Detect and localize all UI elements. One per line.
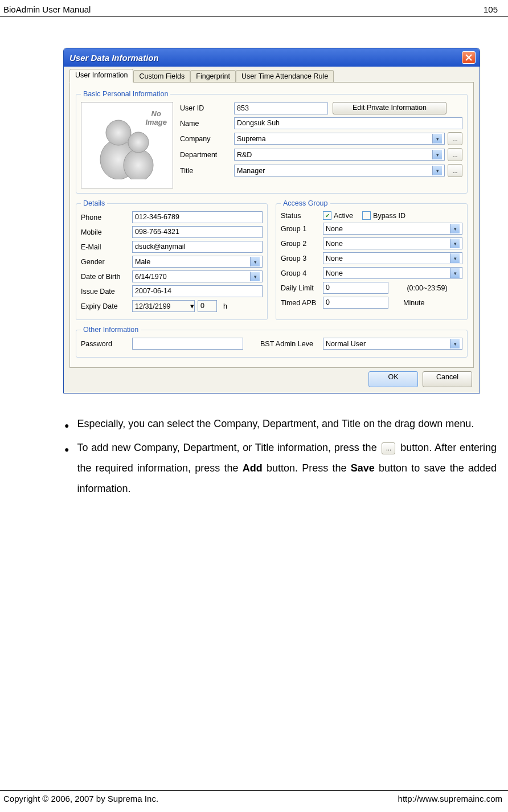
cancel-button[interactable]: Cancel — [423, 371, 472, 387]
active-checkbox[interactable] — [323, 211, 331, 220]
title-more-button[interactable]: ... — [448, 164, 462, 177]
basic-personal-info-group: Basic Personal Information NoImage — [76, 90, 468, 194]
other-legend: Other Information — [81, 326, 141, 334]
bypass-checkbox[interactable] — [362, 211, 371, 220]
bullet-2-text: To add new Company, Department, or Title… — [77, 437, 497, 499]
expiry-label: Expiry Date — [81, 302, 132, 310]
issue-input[interactable]: 2007-06-14 — [132, 285, 263, 297]
title-label: Title — [180, 167, 234, 175]
timed-apb-label: Timed APB — [281, 299, 323, 307]
group4-combo[interactable]: None▾ — [323, 267, 462, 279]
company-combo[interactable]: Suprema▾ — [234, 133, 445, 145]
company-more-button[interactable]: ... — [448, 132, 462, 145]
other-info-group: Other Information Password BST Admin Lev… — [76, 326, 468, 358]
company-label: Company — [180, 135, 234, 143]
chevron-down-icon: ▾ — [450, 224, 460, 233]
tab-user-information[interactable]: User Information — [69, 69, 133, 83]
timed-apb-input[interactable]: 0 — [323, 297, 388, 309]
ok-button[interactable]: OK — [368, 371, 418, 387]
bullet-icon: ● — [64, 417, 69, 434]
bullet-icon: ● — [64, 441, 69, 499]
department-more-button[interactable]: ... — [448, 148, 462, 161]
bypass-label: Bypass ID — [373, 212, 405, 220]
footer-url: http://www.supremainc.com — [398, 794, 502, 803]
close-button[interactable] — [462, 51, 476, 64]
svg-point-2 — [124, 149, 153, 179]
dialog-title: User Data Information — [69, 53, 159, 63]
group2-label: Group 2 — [281, 240, 323, 248]
user-data-dialog: User Data Information User Information C… — [63, 48, 480, 393]
chevron-down-icon: ▾ — [250, 272, 260, 281]
name-label: Name — [180, 120, 234, 128]
chevron-down-icon: ▾ — [450, 268, 460, 278]
daily-limit-input[interactable]: 0 — [323, 282, 388, 294]
tab-time-attendance[interactable]: User Time Attendance Rule — [236, 70, 334, 82]
page-header: BioAdmin User Manual 105 — [0, 0, 508, 17]
password-input[interactable] — [132, 338, 243, 350]
user-photo[interactable]: NoImage — [81, 102, 173, 188]
bst-level-combo[interactable]: Normal User▾ — [323, 338, 462, 350]
mobile-label: Mobile — [81, 228, 132, 236]
group1-combo[interactable]: None▾ — [323, 223, 462, 235]
group1-label: Group 1 — [281, 225, 323, 233]
access-group-group: Access Group Status Active Bypass ID Gro… — [276, 199, 468, 320]
chevron-down-icon: ▾ — [432, 150, 442, 159]
no-image-label: NoImage — [145, 109, 167, 126]
chevron-down-icon: ▾ — [190, 302, 194, 310]
dob-label: Date of Birth — [81, 273, 132, 281]
details-group: Details Phone012-345-6789 Mobile098-765-… — [76, 199, 268, 320]
group4-label: Group 4 — [281, 269, 323, 277]
gender-label: Gender — [81, 258, 132, 266]
group2-combo[interactable]: None▾ — [323, 237, 462, 249]
chevron-down-icon: ▾ — [432, 134, 442, 143]
department-label: Department — [180, 151, 234, 159]
apb-unit: Minute — [392, 299, 462, 307]
svg-point-1 — [106, 120, 131, 145]
page-footer: Copyright © 2006, 2007 by Suprema Inc. h… — [0, 790, 508, 806]
page-number: 105 — [484, 5, 498, 14]
chevron-down-icon: ▾ — [432, 166, 442, 175]
chevron-down-icon: ▾ — [450, 239, 460, 248]
active-label: Active — [334, 212, 353, 220]
body-text: ● Especially, you can select the Company… — [64, 413, 497, 499]
department-combo[interactable]: R&D▾ — [234, 149, 445, 161]
details-legend: Details — [81, 199, 107, 207]
bst-level-label: BST Admin Leve — [260, 340, 323, 348]
header-title: BioAdmin User Manual — [3, 5, 91, 14]
tab-custom-fields[interactable]: Custom Fields — [133, 70, 190, 82]
expiry-h-label: h — [223, 302, 227, 310]
chevron-down-icon: ▾ — [450, 339, 460, 348]
chevron-down-icon: ▾ — [450, 253, 460, 263]
userid-label: User ID — [180, 104, 234, 112]
bullet-1-text: Especially, you can select the Company, … — [77, 413, 474, 434]
userid-input[interactable]: 853 — [234, 102, 328, 114]
mobile-input[interactable]: 098-765-4321 — [132, 226, 263, 238]
phone-label: Phone — [81, 214, 132, 222]
tabs: User Information Custom Fields Fingerpri… — [69, 68, 474, 83]
access-legend: Access Group — [281, 199, 330, 207]
group3-combo[interactable]: None▾ — [323, 252, 462, 264]
footer-copyright: Copyright © 2006, 2007 by Suprema Inc. — [3, 794, 158, 803]
title-combo[interactable]: Manager▾ — [234, 165, 445, 177]
dob-combo[interactable]: 6/14/1970▾ — [132, 270, 263, 282]
close-icon — [465, 54, 472, 61]
expiry-combo[interactable]: 12/31/2199▾ — [132, 300, 195, 312]
gender-combo[interactable]: Male▾ — [132, 256, 263, 268]
ellipsis-button-icon: ... — [382, 442, 395, 454]
edit-private-info-button[interactable]: Edit Private Information — [333, 102, 446, 114]
titlebar: User Data Information — [64, 48, 480, 67]
email-label: E-Mail — [81, 243, 132, 251]
daily-limit-label: Daily Limit — [281, 284, 323, 292]
phone-input[interactable]: 012-345-6789 — [132, 211, 263, 223]
issue-label: Issue Date — [81, 288, 132, 296]
password-label: Password — [81, 340, 132, 348]
expiry-hours-input[interactable]: 0 — [198, 300, 217, 312]
name-input[interactable]: Dongsuk Suh — [234, 117, 462, 129]
tab-panel-user-info: Basic Personal Information NoImage — [69, 83, 474, 368]
basic-legend: Basic Personal Information — [81, 90, 170, 98]
group3-label: Group 3 — [281, 255, 323, 263]
tab-fingerprint[interactable]: Fingerprint — [190, 70, 236, 82]
chevron-down-icon: ▾ — [250, 257, 260, 266]
daily-hint: (0:00~23:59) — [392, 284, 462, 292]
email-input[interactable]: dsuck@anymail — [132, 241, 263, 253]
